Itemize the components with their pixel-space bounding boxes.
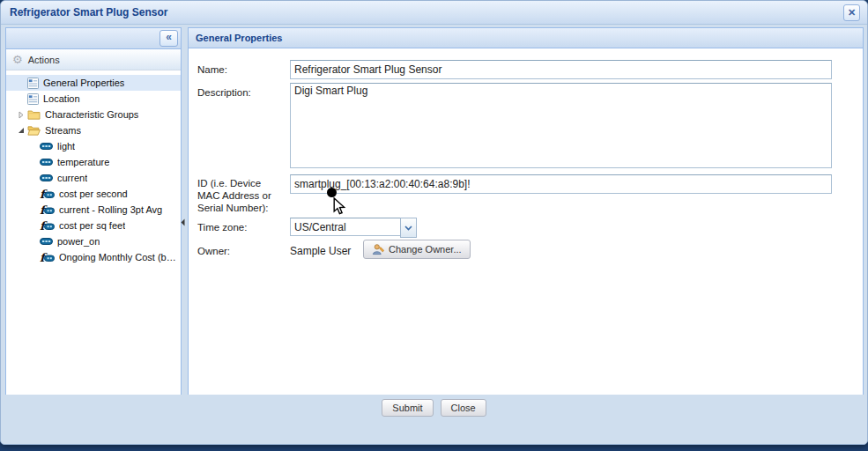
tree-item-label: General Properties [43,78,124,88]
splitter-collapse-icon[interactable] [181,214,185,230]
tree-item-light[interactable]: light [6,138,181,154]
tree-item-label: Ongoing Monthly Cost (bas… [59,252,181,262]
tree-item-temperature[interactable]: temperature [6,154,181,170]
device-id-input[interactable] [290,174,832,194]
tree-item-label: power_on [57,236,100,247]
tree-item-current[interactable]: current [6,170,181,186]
folder-closed-icon [27,109,41,121]
tree-item-label: temperature [57,157,109,167]
change-owner-button[interactable]: Change Owner... [363,240,471,259]
tree-item-location[interactable]: Location [6,91,181,107]
form-icon [27,78,39,89]
stream-icon [40,174,53,181]
collapse-panel-button[interactable]: « [160,30,178,47]
timezone-select[interactable]: US/Central [290,218,402,236]
function-stream-icon: f [40,252,55,263]
properties-form: Name: Description: Digi Smart Plug ID (i… [189,28,863,419]
dialog-footer: Submit Close [1,395,867,421]
close-button[interactable]: Close [441,399,486,417]
expander-collapsed-icon[interactable] [15,111,27,119]
tree-item-label: cost per sq feet [59,220,125,231]
tree-item-label: Location [43,93,80,104]
function-stream-icon: f [40,204,55,216]
sidebar-header: « [6,28,181,49]
tree-item-label: cost per second [59,189,128,199]
function-stream-icon: f [40,220,55,232]
stream-icon [40,159,53,166]
timezone-selected-value: US/Central [294,221,346,233]
dialog-window: Refrigerator Smart Plug Sensor ✕ « ⚙ Act… [0,0,868,445]
timezone-label: Time zone: [197,221,247,233]
general-properties-panel: General Properties Name: Description: Di… [188,27,864,420]
navigation-panel: « ⚙ Actions General Properties Location [5,27,182,420]
click-marker-dot [327,188,337,197]
tree-item-cost-per-second[interactable]: f cost per second [6,186,181,202]
tree-item-general-properties[interactable]: General Properties [6,75,181,91]
user-edit-icon [372,243,384,255]
navigation-tree: General Properties Location Characterist… [6,70,181,265]
close-icon[interactable]: ✕ [843,4,860,21]
tree-item-power-on[interactable]: power_on [6,233,181,249]
tree-item-label: current [57,173,87,183]
mouse-cursor-icon [333,197,346,219]
chevron-down-icon[interactable] [400,218,417,238]
tree-item-current-rolling-avg[interactable]: f current - Rolling 3pt Avg [6,202,181,218]
expander-expanded-icon[interactable] [15,127,27,134]
actions-toolbar[interactable]: ⚙ Actions [6,49,181,70]
tree-item-label: light [57,141,75,152]
tree-item-label: Characteristic Groups [45,109,138,120]
change-owner-button-label: Change Owner... [389,244,462,255]
description-textarea[interactable]: Digi Smart Plug [290,83,832,168]
tree-item-ongoing-monthly-cost[interactable]: f Ongoing Monthly Cost (bas… [6,249,181,265]
tree-item-label: current - Rolling 3pt Avg [59,204,162,215]
description-label: Description: [197,86,251,99]
name-input[interactable] [290,60,832,79]
actions-toolbar-label: Actions [28,55,60,65]
form-icon [27,93,39,105]
tree-item-label: Streams [45,125,81,136]
tree-item-cost-per-sq-feet[interactable]: f cost per sq feet [6,218,181,233]
owner-label: Owner: [197,245,230,257]
gear-icon: ⚙ [12,54,23,65]
stream-icon [40,238,53,245]
function-stream-icon: f [40,189,55,200]
device-id-label: ID (i.e. Device MAC Address or Serial Nu… [197,177,286,214]
owner-value: Sample User [290,245,351,257]
tree-item-characteristic-groups[interactable]: Characteristic Groups [6,107,181,122]
folder-open-icon [27,125,41,137]
dialog-title: Refrigerator Smart Plug Sensor [10,6,167,18]
submit-button[interactable]: Submit [382,399,433,417]
dialog-titlebar: Refrigerator Smart Plug Sensor ✕ [1,1,867,25]
stream-icon [40,143,53,150]
name-label: Name: [197,63,227,76]
tree-item-streams[interactable]: Streams [6,122,181,138]
